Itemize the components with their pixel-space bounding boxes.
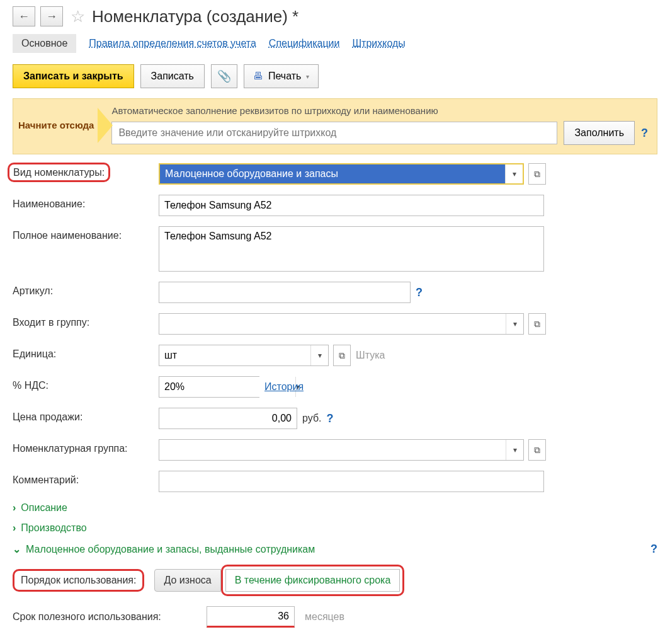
fullname-textarea[interactable]: Телефон Samsung A52 bbox=[159, 226, 544, 272]
usage-until-wear-button[interactable]: До износа bbox=[154, 569, 220, 592]
vat-history-link[interactable]: История bbox=[264, 381, 304, 393]
banner-description: Автоматическое заполнение реквизитов по … bbox=[111, 105, 648, 116]
tab-barcodes[interactable]: Штрихкоды bbox=[352, 34, 405, 53]
vid-open-button[interactable]: ⧉ bbox=[528, 163, 546, 185]
vat-label: % НДС: bbox=[13, 376, 154, 391]
fullname-label: Полное наименование: bbox=[13, 226, 154, 241]
chevron-right-icon: › bbox=[13, 502, 16, 514]
print-label: Печать bbox=[268, 71, 301, 82]
expander-malo-label: Малоценное оборудование и запасы, выданн… bbox=[26, 544, 315, 555]
chevron-right-icon: › bbox=[13, 522, 16, 534]
start-here-label: Начните отсюда bbox=[18, 120, 101, 130]
useful-life-unit: месяцев bbox=[305, 611, 344, 623]
vid-nomenklatury-input[interactable] bbox=[160, 164, 505, 183]
chevron-down-icon: ⌄ bbox=[13, 543, 21, 555]
save-button[interactable]: Записать bbox=[140, 64, 205, 88]
favorite-star-icon[interactable]: ☆ bbox=[68, 7, 87, 26]
price-label: Цена продажи: bbox=[13, 408, 154, 423]
comment-input[interactable] bbox=[159, 471, 543, 492]
barcode-scan-input[interactable] bbox=[111, 122, 557, 144]
arrow-right-icon: → bbox=[46, 10, 57, 23]
tab-specifications[interactable]: Спецификации bbox=[269, 34, 340, 53]
usage-order-label: Порядок использования: bbox=[13, 569, 144, 592]
help-icon[interactable]: ? bbox=[416, 286, 423, 299]
price-currency: руб. bbox=[302, 413, 322, 424]
paperclip-icon: 📎 bbox=[217, 69, 231, 83]
name-input[interactable] bbox=[159, 195, 543, 216]
usage-fixed-term-button[interactable]: В течение фиксированного срока bbox=[225, 569, 400, 592]
expander-production[interactable]: › Производство bbox=[13, 522, 657, 534]
tab-main[interactable]: Основное bbox=[13, 34, 76, 53]
useful-life-input[interactable] bbox=[207, 606, 295, 628]
group-open-button[interactable]: ⧉ bbox=[528, 313, 546, 335]
comment-label: Комментарий: bbox=[13, 471, 154, 486]
save-and-close-button[interactable]: Записать и закрыть bbox=[13, 64, 134, 88]
help-icon[interactable]: ? bbox=[641, 127, 648, 140]
nomgroup-label: Номенклатурная группа: bbox=[13, 439, 154, 454]
help-icon[interactable]: ? bbox=[327, 412, 334, 425]
vid-dropdown-button[interactable]: ▾ bbox=[505, 164, 523, 183]
name-label: Наименование: bbox=[13, 195, 154, 210]
print-button[interactable]: 🖶 Печать ▾ bbox=[244, 64, 319, 88]
group-input[interactable] bbox=[159, 314, 506, 334]
printer-icon: 🖶 bbox=[253, 71, 263, 82]
vid-nomenklatury-label: Вид номенклатуры: bbox=[8, 163, 110, 182]
start-here-banner: Начните отсюда Автоматическое заполнение… bbox=[13, 98, 657, 154]
chevron-down-icon: ▾ bbox=[306, 73, 309, 80]
unit-open-button[interactable]: ⧉ bbox=[333, 345, 351, 366]
nomgroup-dropdown-button[interactable]: ▾ bbox=[506, 440, 523, 460]
artikul-input[interactable] bbox=[159, 282, 410, 302]
artikul-label: Артикул: bbox=[13, 282, 154, 297]
arrow-shape-icon bbox=[98, 108, 113, 143]
unit-input[interactable] bbox=[159, 345, 310, 365]
fill-button[interactable]: Заполнить bbox=[564, 121, 635, 145]
nomgroup-open-button[interactable]: ⧉ bbox=[528, 439, 546, 461]
useful-life-label: Срок полезного использования: bbox=[13, 611, 202, 623]
page-title: Номенклатура (создание) * bbox=[92, 7, 298, 26]
tab-account-rules[interactable]: Правила определения счетов учета bbox=[89, 34, 256, 53]
expander-description-label: Описание bbox=[21, 502, 67, 514]
group-label: Входит в группу: bbox=[13, 313, 154, 328]
unit-dropdown-button[interactable]: ▾ bbox=[310, 345, 328, 365]
expander-low-value-equipment[interactable]: ⌄ Малоценное оборудование и запасы, выда… bbox=[13, 543, 657, 556]
attachment-button[interactable]: 📎 bbox=[211, 64, 237, 88]
price-input[interactable] bbox=[159, 408, 297, 429]
arrow-left-icon: ← bbox=[18, 10, 30, 23]
nav-forward-button[interactable]: → bbox=[40, 6, 63, 26]
unit-hint: Штука bbox=[356, 350, 385, 361]
nav-back-button[interactable]: ← bbox=[13, 6, 35, 26]
nomgroup-input[interactable] bbox=[159, 440, 506, 460]
group-dropdown-button[interactable]: ▾ bbox=[506, 314, 523, 334]
unit-label: Единица: bbox=[13, 345, 154, 360]
expander-production-label: Производство bbox=[21, 522, 86, 534]
expander-description[interactable]: › Описание bbox=[13, 502, 657, 514]
help-icon[interactable]: ? bbox=[650, 543, 657, 556]
